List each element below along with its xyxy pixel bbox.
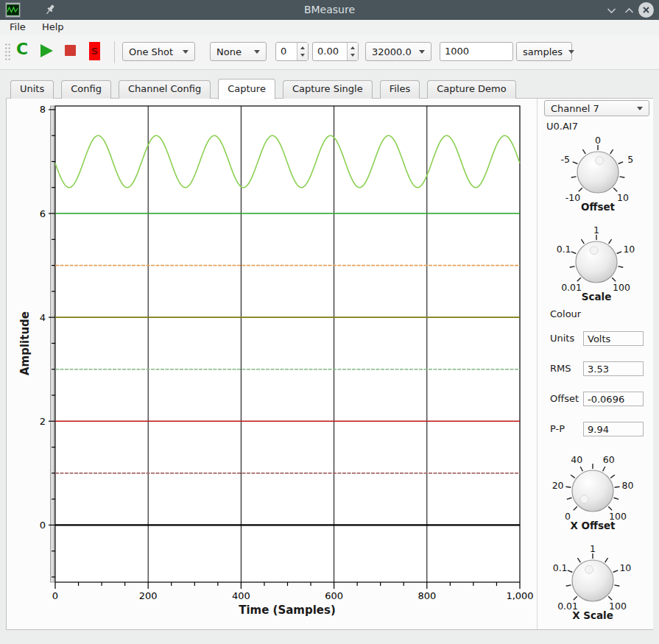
- sample-count-input[interactable]: 1000: [440, 42, 513, 61]
- menu-file[interactable]: File: [3, 20, 32, 34]
- svg-text:400: 400: [232, 590, 250, 601]
- tab-channel-config[interactable]: Channel Config: [119, 80, 211, 99]
- spin-a-value: 0: [276, 43, 297, 60]
- x-offset-knob[interactable]: X Offset 020406080100: [538, 456, 648, 537]
- svg-text:6: 6: [40, 208, 46, 219]
- svg-text:600: 600: [325, 590, 343, 601]
- knob-tick-label: 10: [619, 562, 631, 573]
- chevron-down-icon: [254, 50, 260, 54]
- pp-field-row: P-P 9.94: [550, 422, 649, 436]
- close-icon: [638, 2, 654, 18]
- spin-buttons[interactable]: [297, 43, 308, 60]
- minimize-button[interactable]: [605, 4, 618, 17]
- knob-caption: X Scale: [538, 609, 648, 621]
- knob-tick-label: 20: [552, 480, 564, 491]
- x-scale-knob[interactable]: X Scale 0.010.1110100: [538, 546, 648, 627]
- tab-capture[interactable]: Capture: [218, 79, 275, 99]
- capture-panel: 02004006008001,00002468 Amplitude Time (…: [6, 98, 653, 630]
- svg-text:0: 0: [52, 590, 58, 601]
- rms-field-row: RMS 3.53: [550, 361, 649, 376]
- svg-text:200: 200: [139, 590, 158, 601]
- toolbar-drag-handle[interactable]: [4, 43, 11, 61]
- svg-text:800: 800: [417, 590, 436, 601]
- svg-text:8: 8: [40, 104, 46, 115]
- unit-combo[interactable]: samples: [516, 42, 572, 61]
- chevron-down-icon: [637, 107, 643, 110]
- channel-panel: Channel 7 U0.AI7 Offset -10-50510 Scale …: [537, 99, 653, 629]
- knob-tick-label: 0.1: [553, 562, 568, 573]
- knob-tick-label: 1: [590, 543, 596, 554]
- maximize-button[interactable]: [622, 4, 635, 17]
- chevron-up-icon: [624, 7, 634, 14]
- window-title: BMeasure: [0, 4, 659, 15]
- offset-knob[interactable]: Offset -10-50510: [543, 138, 653, 219]
- tab-capture-single[interactable]: Capture Single: [283, 80, 373, 99]
- tabbar: Units Config Channel Config Capture Capt…: [6, 79, 516, 99]
- s-button[interactable]: S: [89, 42, 100, 60]
- pp-field[interactable]: 9.94: [583, 422, 644, 436]
- knob-tick-label: 0.1: [557, 243, 571, 254]
- offset-field[interactable]: -0.0696: [583, 392, 644, 406]
- knob-caption: Offset: [543, 201, 653, 213]
- knob-tick-label: 5: [627, 153, 633, 164]
- knob-tick-label: 0: [565, 510, 571, 521]
- chevron-down-icon: [568, 50, 574, 54]
- tab-capture-demo[interactable]: Capture Demo: [427, 80, 515, 99]
- chevron-down-icon: [183, 50, 188, 54]
- field-label: Offset: [550, 393, 579, 404]
- capture-plot[interactable]: 02004006008001,00002468: [7, 99, 540, 629]
- tab-files[interactable]: Files: [380, 80, 420, 99]
- trigger-combo[interactable]: None: [210, 42, 267, 61]
- units-field[interactable]: Volts: [583, 331, 644, 346]
- unit-combo-value: samples: [523, 46, 563, 57]
- chevron-down-icon: [607, 7, 616, 14]
- stop-button[interactable]: [65, 45, 76, 56]
- channel-combo[interactable]: Channel 7: [544, 100, 649, 116]
- knob-tick-label: 0.01: [561, 281, 582, 292]
- offset-field-row: Offset -0.0696: [550, 392, 649, 406]
- knob-tick-label: 0.01: [557, 600, 578, 611]
- close-button[interactable]: [638, 2, 654, 18]
- knob-tick-label: 60: [603, 454, 615, 465]
- svg-text:2: 2: [40, 416, 46, 427]
- rate-combo-value: 32000.0: [372, 46, 412, 57]
- chevron-down-icon: [419, 50, 425, 54]
- spin-buttons[interactable]: [347, 43, 358, 60]
- field-label: Units: [550, 333, 574, 344]
- channel-id-label: U0.AI7: [546, 121, 578, 132]
- knob-tick-label: 40: [571, 454, 582, 465]
- knob-tick-label: 1: [593, 224, 599, 236]
- menubar: File Help: [0, 20, 659, 35]
- rate-combo[interactable]: 32000.0: [365, 42, 431, 61]
- tab-config[interactable]: Config: [61, 80, 111, 99]
- c-button[interactable]: C: [16, 40, 28, 59]
- knob-caption: Scale: [541, 291, 652, 302]
- spin-b-value: 0.00: [313, 43, 347, 60]
- svg-text:0: 0: [40, 520, 46, 531]
- spin-up-icon: [300, 46, 305, 49]
- mode-combo-value: One Shot: [129, 46, 173, 57]
- scale-knob[interactable]: Scale 0.010.1110100: [541, 227, 652, 308]
- colour-label: Colour: [550, 308, 581, 319]
- knob-caption: X Offset: [538, 520, 648, 531]
- run-button[interactable]: [40, 44, 53, 57]
- svg-text:4: 4: [40, 312, 46, 323]
- rms-field[interactable]: 3.53: [583, 361, 644, 376]
- knob-tick-label: 10: [623, 243, 635, 254]
- knob-tick-label: -10: [565, 191, 580, 202]
- knob-tick-label: 0: [595, 135, 601, 146]
- knob-tick-label: 80: [621, 480, 633, 491]
- mode-combo[interactable]: One Shot: [122, 42, 195, 61]
- trigger-combo-value: None: [216, 46, 242, 57]
- knob-tick-label: 10: [617, 191, 629, 202]
- tab-units[interactable]: Units: [10, 80, 54, 99]
- field-label: P-P: [550, 423, 565, 434]
- spin-down-icon: [300, 54, 305, 57]
- spin-b[interactable]: 0.00: [312, 42, 359, 61]
- menu-help[interactable]: Help: [35, 20, 71, 34]
- spin-a[interactable]: 0: [275, 42, 309, 61]
- spin-down-icon: [350, 54, 355, 57]
- knob-tick-label: -5: [560, 153, 569, 164]
- knob-tick-label: 100: [609, 510, 627, 521]
- x-axis-label: Time (Samples): [199, 604, 376, 617]
